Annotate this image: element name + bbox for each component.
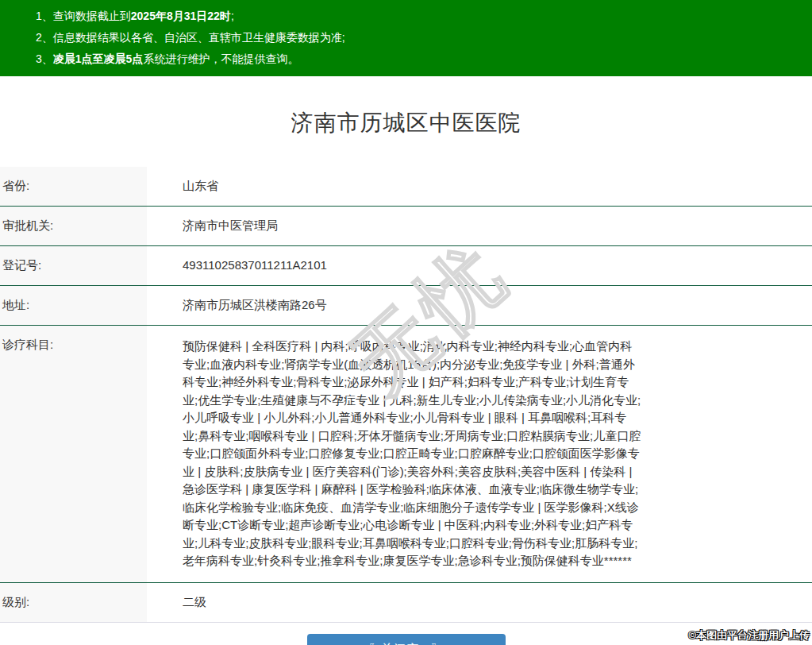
notice-3-bold: 凌晨1点至凌晨5点 xyxy=(53,52,144,65)
field-label-province: 省份: xyxy=(0,167,147,207)
table-row-address: 地址: 济南市历城区洪楼南路26号 xyxy=(0,286,812,326)
treatment-subjects-text: 预防保健科 | 全科医疗科 | 内科;呼吸内科专业;消化内科专业;神经内科专业;… xyxy=(183,338,641,570)
page-title: 济南市历城区中医医院 xyxy=(0,108,812,138)
notice-line-2: 2、信息数据结果以各省、自治区、直辖市卫生健康委数据为准; xyxy=(36,27,804,48)
footer-credit: ©本图由平台注册用户上传 xyxy=(688,628,810,643)
notice-3-suffix: 系统进行维护，不能提供查询。 xyxy=(143,52,298,65)
table-row-registration-number: 登记号: 49311025837011211A2101 xyxy=(0,246,812,286)
field-label-level: 级别: xyxy=(0,582,147,622)
hospital-info-table: 省份: 山东省 审批机关: 济南市中医管理局 登记号: 493110258370… xyxy=(0,167,812,623)
field-value-address: 济南市历城区洪楼南路26号 xyxy=(147,286,812,326)
notice-1-text: 查询数据截止到 xyxy=(53,10,131,22)
table-row-treatment-subjects: 诊疗科目: 预防保健科 | 全科医疗科 | 内科;呼吸内科专业;消化内科专业;神… xyxy=(0,326,812,583)
field-label-treatment-subjects: 诊疗科目: xyxy=(0,326,147,583)
notice-1-bold: 2025年8月31日22时 xyxy=(131,10,231,22)
notice-2-text: 信息数据结果以各省、自治区、直辖市卫生健康委数据为准; xyxy=(53,31,345,44)
field-label-address: 地址: xyxy=(0,286,147,326)
field-value-approval-authority: 济南市中医管理局 xyxy=(147,207,812,246)
notice-line-3: 3、凌晨1点至凌晨5点系统进行维护，不能提供查询。 xyxy=(36,48,804,70)
notice-line-1: 1、查询数据截止到2025年8月31日22时; xyxy=(36,6,804,27)
query-result-page: 1、查询数据截止到2025年8月31日22时; 2、信息数据结果以各省、自治区、… xyxy=(0,0,812,645)
table-row-province: 省份: 山东省 xyxy=(0,167,812,207)
field-value-treatment-subjects: 预防保健科 | 全科医疗科 | 内科;呼吸内科专业;消化内科专业;神经内科专业;… xyxy=(147,326,812,583)
notice-1-number: 1、 xyxy=(36,10,53,22)
notice-2-number: 2、 xyxy=(36,31,53,44)
field-label-approval-authority: 审批机关: xyxy=(0,207,147,246)
field-value-province: 山东省 xyxy=(147,167,812,207)
notice-3-number: 3、 xyxy=(36,52,53,65)
notice-1-suffix: ; xyxy=(231,10,234,22)
table-row-level: 级别: 二级 xyxy=(0,582,812,622)
close-window-button[interactable]: 〖关闭窗口〗 xyxy=(307,634,506,645)
field-value-registration-number: 49311025837011211A2101 xyxy=(147,246,812,286)
field-value-level: 二级 xyxy=(147,582,812,622)
table-row-approval-authority: 审批机关: 济南市中医管理局 xyxy=(0,207,812,246)
field-label-registration-number: 登记号: xyxy=(0,246,147,286)
notice-banner: 1、查询数据截止到2025年8月31日22时; 2、信息数据结果以各省、自治区、… xyxy=(0,0,812,76)
